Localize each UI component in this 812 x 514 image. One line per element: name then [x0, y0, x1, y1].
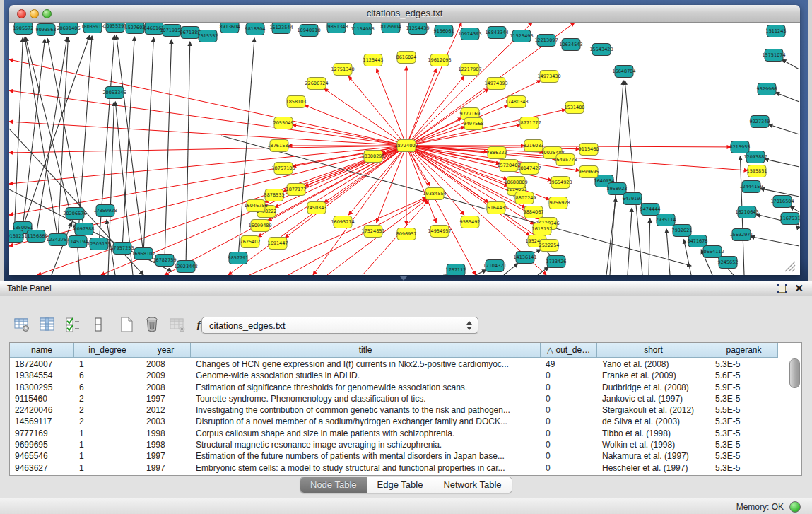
memory-status-icon[interactable]	[789, 501, 801, 513]
graph-node[interactable]: 6479197	[623, 193, 643, 205]
graph-node[interactable]: 9497568	[464, 118, 484, 130]
network-svg[interactable]: 1905572909356320691406180359131095529715…	[9, 23, 800, 275]
graph-node[interactable]: 12217987	[458, 64, 481, 76]
graph-node[interactable]: 19756928	[546, 197, 570, 209]
table-row[interactable]: 946554611997Estimation of the future num…	[10, 450, 778, 462]
panel-splitter-handle[interactable]	[400, 276, 407, 281]
graph-node[interactable]: 16782759	[153, 255, 176, 267]
row-height-icon[interactable]	[88, 315, 109, 334]
network-canvas[interactable]: 1905572909356320691406180359131095529715…	[9, 23, 800, 275]
graph-node[interactable]: 2055049	[273, 117, 294, 129]
column-header-in_degree[interactable]: in_degree	[74, 343, 141, 358]
table-row[interactable]: 1938455462009Genome-wide association stu…	[10, 370, 778, 381]
graph-node[interactable]: 9884067	[524, 206, 544, 218]
graph-node[interactable]: 18035913	[81, 23, 104, 33]
graph-node[interactable]: 8913604	[220, 23, 240, 33]
graph-node[interactable]: 1615152	[532, 223, 553, 235]
graph-node[interactable]: 11254439	[406, 23, 429, 35]
graph-node[interactable]: 1145194	[68, 236, 88, 248]
graph-node[interactable]: 12505135	[87, 238, 110, 250]
delete-table-icon[interactable]	[141, 315, 163, 334]
table-row[interactable]: 977716911998Corpus callosum shape and si…	[10, 428, 778, 439]
graph-node[interactable]: 9474444	[640, 204, 661, 216]
table-row[interactable]: 911546021997Tourette syndrome. Phenomeno…	[10, 393, 778, 404]
graph-node[interactable]: 1691447	[268, 238, 288, 250]
column-header-short[interactable]: short	[597, 343, 710, 358]
graph-node[interactable]: 16843344	[485, 27, 508, 39]
graph-node[interactable]: 3915923	[9, 230, 24, 243]
column-header-pagerank[interactable]: pagerank	[710, 343, 778, 358]
graph-node[interactable]: 16164437	[484, 202, 507, 214]
graph-node[interactable]: 7625402	[240, 236, 261, 248]
graph-node[interactable]: 1527602	[125, 23, 146, 34]
graph-node[interactable]: 16648784	[612, 66, 635, 78]
graph-node[interactable]: 18300295	[361, 151, 384, 163]
graph-node[interactable]: 15692971	[729, 229, 753, 241]
graph-node[interactable]: 12751340	[331, 64, 354, 76]
graph-node[interactable]: 17016504	[770, 196, 794, 208]
graph-node[interactable]: 1167531	[780, 213, 800, 225]
table-row[interactable]: 2242004622012Investigating the contribut…	[10, 404, 778, 416]
graph-node[interactable]: 9585492	[460, 216, 481, 228]
graph-node[interactable]: 11156869	[24, 230, 47, 243]
graph-node[interactable]: 8958923	[607, 183, 628, 195]
column-header-title[interactable]: title	[191, 343, 541, 358]
graph-node[interactable]: 9093563	[36, 24, 57, 36]
graph-node[interactable]: 12213097	[534, 35, 558, 47]
graph-node[interactable]: 15720407	[497, 160, 520, 172]
graph-node[interactable]: 7932621	[672, 225, 693, 237]
graph-node[interactable]: 15751074	[762, 49, 785, 62]
table-row[interactable]: 1830029562008Estimation of significance …	[10, 382, 778, 393]
table-row[interactable]: 1872400712008Changes of HCN gene express…	[10, 358, 778, 370]
graph-node[interactable]: 9097588	[74, 223, 95, 235]
float-panel-icon[interactable]	[777, 284, 787, 293]
graph-node[interactable]: 12104321	[483, 260, 506, 272]
graph-node[interactable]: 12342757	[46, 234, 69, 246]
graph-node[interactable]: 9245652	[718, 257, 739, 269]
graph-node[interactable]: 19654923	[548, 177, 572, 189]
graph-node[interactable]: 15123544	[269, 23, 293, 34]
graph-node[interactable]: 8129904	[381, 23, 401, 33]
graph-node[interactable]: 9136061	[434, 25, 454, 37]
graph-node[interactable]: 18807249	[512, 192, 536, 204]
graph-node[interactable]: 22606724	[305, 78, 328, 90]
graph-node[interactable]: 9329966	[757, 83, 777, 95]
graph-node[interactable]: 17480343	[505, 96, 528, 108]
graph-node[interactable]: 8616024	[396, 52, 417, 64]
tab-network-table[interactable]: Network Table	[433, 477, 511, 493]
column-header-out_de[interactable]: △ out_de…	[541, 343, 597, 358]
graph-node[interactable]: 5878533	[264, 189, 285, 201]
graph-node[interactable]: 17957253	[110, 243, 134, 255]
graph-node[interactable]: 7450343	[307, 202, 327, 214]
graph-node[interactable]: 1877177	[286, 184, 307, 196]
graph-node[interactable]: 10955297	[103, 23, 126, 33]
graph-node[interactable]: 9227349	[750, 116, 770, 128]
graph-node[interactable]: 10147427	[517, 163, 541, 175]
graph-node[interactable]: 2522254	[539, 240, 560, 252]
graph-node[interactable]: 18761532	[267, 140, 290, 152]
table-column-icon[interactable]	[37, 315, 58, 334]
graph-node[interactable]: 18757105	[271, 163, 295, 175]
graph-node[interactable]: 14954957	[428, 226, 451, 238]
column-header-name[interactable]: name	[10, 343, 74, 358]
close-panel-icon[interactable]: ✕	[794, 282, 804, 295]
graph-node[interactable]: 8215955	[730, 141, 751, 153]
graph-node[interactable]: 16093214	[331, 216, 354, 228]
graph-node[interactable]: 9115460	[579, 144, 599, 156]
tab-node-table[interactable]: Node Table	[300, 477, 367, 493]
new-table-icon[interactable]	[116, 315, 137, 334]
graph-node[interactable]: 20206576	[63, 208, 86, 220]
graph-node[interactable]: 1767112	[446, 264, 466, 276]
graph-node[interactable]: 16046756	[244, 200, 267, 212]
graph-node[interactable]: 18771777	[517, 117, 541, 129]
graph-node[interactable]: 12444159	[739, 181, 763, 193]
graph-node[interactable]: 1595851	[747, 165, 767, 177]
table-settings-icon[interactable]	[11, 315, 33, 334]
graph-node[interactable]: 12923448	[174, 261, 197, 273]
table-row[interactable]: 946362711997Embryonic stem cells: a mode…	[10, 462, 778, 474]
graph-node[interactable]: 19384554	[423, 188, 446, 200]
graph-node[interactable]: 15543428	[589, 44, 613, 56]
graph-node[interactable]: 10654112	[700, 246, 724, 258]
graph-node[interactable]: 8471676	[688, 235, 708, 247]
graph-node[interactable]: 9699695	[579, 166, 599, 178]
